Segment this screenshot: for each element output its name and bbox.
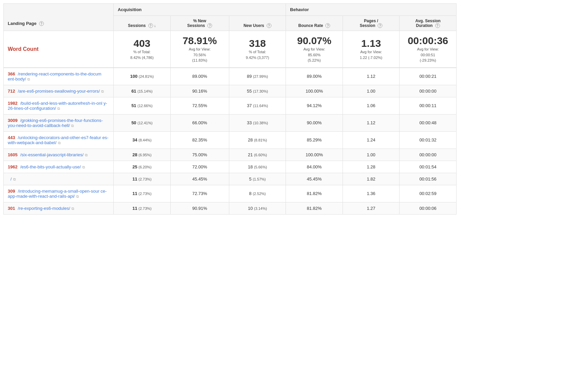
col-sessions[interactable]: Sessions ? ↓ xyxy=(114,16,171,31)
landing-page-cell: 712/are-es6-promises-swallowing-your-err… xyxy=(4,85,114,97)
row-number: 1962 xyxy=(8,164,18,169)
pages-session-value: 1.06 xyxy=(367,103,375,108)
row-number: 712 xyxy=(8,89,15,94)
pages-session-help-icon[interactable]: ? xyxy=(378,23,382,28)
summary-bounce-rate-cell: 90.07% Avg for View: 85.60% (5.22%) xyxy=(286,31,343,68)
new-users-cell: 8 (2.52%) xyxy=(229,185,286,202)
sessions-pct: (12.41%) xyxy=(138,121,153,125)
new-users-value: 5 xyxy=(249,176,252,182)
landing-page-cell: 366/rendering-react-components-to-the-do… xyxy=(4,68,114,85)
sessions-value: 34 xyxy=(133,137,137,142)
landing-page-link[interactable]: / xyxy=(10,176,12,182)
landing-page-link[interactable]: /es6-the-bits-youll-actually-use/ xyxy=(20,164,81,169)
sessions-value: 51 xyxy=(131,103,136,108)
copy-icon[interactable]: ⧉ xyxy=(82,165,85,169)
table-row: 301/re-exporting-es6-modules/⧉11 (2.73%)… xyxy=(4,202,457,214)
col-pages-session[interactable]: Pages /Session ? xyxy=(343,16,400,31)
sessions-pct: (2.73%) xyxy=(139,206,152,211)
landing-page-link[interactable]: /introducing-memamug-a-small-open-sour c… xyxy=(8,189,107,199)
acquisition-group-header: Acquisition xyxy=(114,4,286,16)
copy-icon[interactable]: ⧉ xyxy=(13,177,16,181)
summary-row: Word Count 403 % of Total: 8.42% (4,786)… xyxy=(4,31,457,68)
avg-session-duration-value: 00:00:48 xyxy=(419,120,437,125)
table-row: 309/introducing-memamug-a-small-open-sou… xyxy=(4,185,457,202)
pct-new-sessions-cell: 90.91% xyxy=(170,202,229,214)
sessions-cell: 100 (24.81%) xyxy=(114,68,171,85)
sessions-pct: (2.73%) xyxy=(139,177,152,181)
pct-new-sessions-value: 82.35% xyxy=(192,137,207,142)
avg-session-duration-cell: 00:01:54 xyxy=(400,161,457,173)
sessions-value: 11 xyxy=(133,191,137,196)
new-users-cell: 5 (1.57%) xyxy=(229,173,286,185)
pct-new-sessions-cell: 90.16% xyxy=(170,85,229,97)
landing-page-cell: 1982/build-es6-and-less-with-autorefresh… xyxy=(4,97,114,114)
pages-session-value: 1.28 xyxy=(367,164,375,169)
sessions-cell: 11 (2.73%) xyxy=(114,202,171,214)
bounce-rate-value: 90.00% xyxy=(307,120,322,125)
bounce-rate-help-icon[interactable]: ? xyxy=(325,23,330,28)
pct-new-sessions-help-icon[interactable]: ? xyxy=(207,23,212,28)
avg-session-duration-cell: 00:00:48 xyxy=(400,114,457,131)
sessions-cell: 34 (8.44%) xyxy=(114,131,171,149)
copy-icon[interactable]: ⧉ xyxy=(27,77,30,81)
landing-page-link[interactable]: /rendering-react-components-to-the-docum… xyxy=(8,71,101,82)
sessions-value: 61 xyxy=(131,89,136,94)
copy-icon[interactable]: ⧉ xyxy=(76,194,79,198)
col-bounce-rate[interactable]: Bounce Rate ? xyxy=(286,16,343,31)
summary-new-users-cell: 318 % of Total: 9.42% (3,377) xyxy=(229,31,286,68)
landing-page-link[interactable]: /are-es6-promises-swallowing-your-errors… xyxy=(18,89,100,94)
new-users-value: 55 xyxy=(247,89,252,94)
table-row: 3009/grokking-es6-promises-the-four-func… xyxy=(4,114,457,131)
copy-icon[interactable]: ⧉ xyxy=(71,206,74,211)
pct-new-sessions-value: 89.00% xyxy=(192,74,207,79)
copy-icon[interactable]: ⧉ xyxy=(85,153,88,157)
copy-icon[interactable]: ⧉ xyxy=(57,106,60,110)
bounce-rate-cell: 100.00% xyxy=(286,85,343,97)
col-new-users[interactable]: New Users ? xyxy=(229,16,286,31)
pct-new-sessions-cell: 66.00% xyxy=(170,114,229,131)
avg-session-duration-value: 00:01:56 xyxy=(419,176,437,182)
landing-page-cell: 3009/grokking-es6-promises-the-four-func… xyxy=(4,114,114,131)
new-users-cell: 33 (10.38%) xyxy=(229,114,286,131)
table-row: 712/are-es6-promises-swallowing-your-err… xyxy=(4,85,457,97)
landing-page-link[interactable]: /grokking-es6-promises-the-four-function… xyxy=(8,118,103,128)
row-number: 366 xyxy=(8,71,15,76)
pct-new-sessions-value: 90.16% xyxy=(192,89,207,94)
avg-session-duration-value: 00:00:00 xyxy=(419,89,437,94)
copy-icon[interactable]: ⧉ xyxy=(71,124,74,128)
behavior-group-header: Behavior xyxy=(286,4,457,16)
landing-page-cell: 443/unlocking-decorators-and-other-es7-f… xyxy=(4,131,114,149)
avg-session-help-icon[interactable]: ? xyxy=(435,23,440,28)
landing-page-link[interactable]: /six-essential-javascript-libraries/ xyxy=(20,152,84,157)
copy-icon[interactable]: ⧉ xyxy=(58,141,61,145)
new-users-help-icon[interactable]: ? xyxy=(267,23,271,28)
bounce-rate-cell: 84.00% xyxy=(286,161,343,173)
sort-arrow: ↓ xyxy=(154,24,156,28)
summary-title: Word Count xyxy=(8,46,38,52)
avg-session-duration-value: 00:01:54 xyxy=(419,164,437,169)
summary-new-users-sub: % of Total: 9.42% (3,377) xyxy=(233,49,282,60)
avg-session-duration-value: 00:01:32 xyxy=(419,137,437,142)
avg-session-duration-cell: 00:00:00 xyxy=(400,149,457,161)
bounce-rate-value: 84.00% xyxy=(307,164,322,169)
landing-page-link[interactable]: /re-exporting-es6-modules/ xyxy=(18,206,70,211)
pages-session-cell: 1.28 xyxy=(343,161,400,173)
sessions-cell: 51 (12.66%) xyxy=(114,97,171,114)
bounce-rate-value: 100.00% xyxy=(305,152,323,157)
new-users-pct: (2.52%) xyxy=(253,192,266,196)
row-number: 1605 xyxy=(8,152,18,157)
col-pct-new-sessions[interactable]: % NewSessions ? xyxy=(170,16,229,31)
copy-icon[interactable]: ⧉ xyxy=(101,89,104,93)
new-users-pct: (1.57%) xyxy=(253,177,266,181)
row-number: 301 xyxy=(8,206,15,211)
pct-new-sessions-value: 66.00% xyxy=(192,120,207,125)
pages-session-cell: 1.82 xyxy=(343,173,400,185)
new-users-pct: (8.81%) xyxy=(254,138,267,142)
table-row: 1962/es6-the-bits-youll-actually-use/⧉25… xyxy=(4,161,457,173)
landing-page-help-icon[interactable]: ? xyxy=(39,21,44,26)
avg-session-duration-cell: 00:01:32 xyxy=(400,131,457,149)
new-users-cell: 10 (3.14%) xyxy=(229,202,286,214)
sessions-pct: (6.95%) xyxy=(139,153,152,157)
sessions-help-icon[interactable]: ? xyxy=(148,23,153,28)
col-avg-session-duration[interactable]: Avg. SessionDuration ? xyxy=(400,16,457,31)
